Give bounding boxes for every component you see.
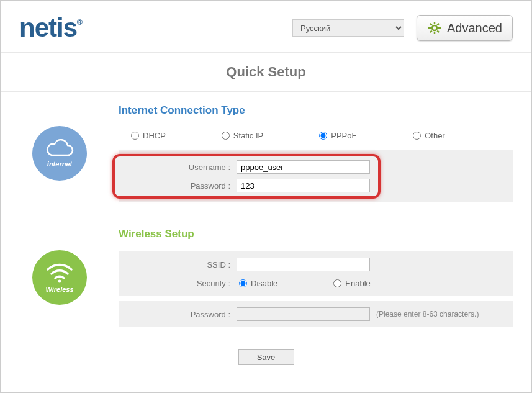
internet-icon-col: internet [1, 104, 119, 202]
cloud-icon [44, 139, 75, 159]
language-select[interactable]: Русский [292, 19, 404, 37]
password-input[interactable] [237, 179, 370, 192]
wireless-form-2: Password : (Please enter 8-63 characters… [119, 301, 513, 327]
svg-line-8 [437, 24, 439, 25]
connection-type-radios: DHCP Static IP PPPoE Other [119, 128, 513, 150]
username-label: Username : [119, 163, 237, 172]
radio-static[interactable]: Static IP [222, 131, 263, 140]
wireless-icon-label: Wireless [45, 286, 73, 293]
radio-dhcp[interactable]: DHCP [131, 131, 166, 140]
security-radios: Disable Enable [237, 279, 371, 288]
wireless-form-1: SSID : Security : Disable Enable [119, 251, 513, 296]
internet-icon-label: internet [47, 160, 72, 168]
pppoe-form: Username : Password : [119, 150, 513, 202]
wireless-icon: Wireless [32, 250, 87, 305]
svg-line-7 [430, 30, 432, 32]
svg-point-9 [58, 280, 61, 283]
ssid-input[interactable] [237, 258, 370, 271]
wl-password-row: Password : (Please enter 8-63 characters… [119, 305, 513, 323]
internet-content: Internet Connection Type DHCP Static IP … [119, 104, 513, 202]
gear-icon [427, 20, 442, 35]
password-row: Password : [119, 176, 374, 195]
wireless-content: Wireless Setup SSID : Security : Disable… [119, 228, 513, 327]
wireless-title: Wireless Setup [119, 228, 513, 240]
wl-password-label: Password : [119, 310, 237, 319]
wifi-icon [44, 262, 75, 284]
security-label: Security : [119, 279, 237, 288]
radio-pppoe[interactable]: PPPoE [319, 131, 357, 140]
internet-section: internet Internet Connection Type DHCP S… [1, 92, 531, 215]
ssid-row: SSID : [119, 255, 513, 274]
radio-other[interactable]: Other [413, 131, 445, 140]
wl-password-input [237, 307, 370, 321]
username-input[interactable] [237, 160, 370, 174]
advanced-label: Advanced [447, 21, 502, 35]
save-button[interactable]: Save [238, 349, 294, 365]
save-row: Save [1, 340, 531, 374]
internet-icon: internet [32, 126, 87, 181]
password-label: Password : [119, 181, 237, 191]
header: netis® Русский Advanced [1, 1, 531, 53]
svg-line-6 [437, 30, 439, 32]
internet-title: Internet Connection Type [119, 104, 513, 117]
wireless-icon-col: Wireless [1, 228, 119, 327]
svg-point-0 [432, 25, 437, 30]
credentials-highlight: Username : Password : [112, 154, 381, 199]
page-title: Quick Setup [1, 53, 531, 92]
wireless-section: Wireless Wireless Setup SSID : Security … [1, 215, 531, 340]
radio-disable[interactable]: Disable [239, 279, 277, 288]
wl-password-hint: (Please enter 8-63 characters.) [376, 310, 479, 318]
advanced-button[interactable]: Advanced [417, 15, 513, 41]
radio-enable[interactable]: Enable [333, 279, 370, 288]
logo: netis® [19, 13, 82, 43]
ssid-label: SSID : [119, 260, 237, 269]
username-row: Username : [119, 158, 374, 176]
security-row: Security : Disable Enable [119, 274, 513, 292]
svg-line-5 [430, 24, 432, 25]
